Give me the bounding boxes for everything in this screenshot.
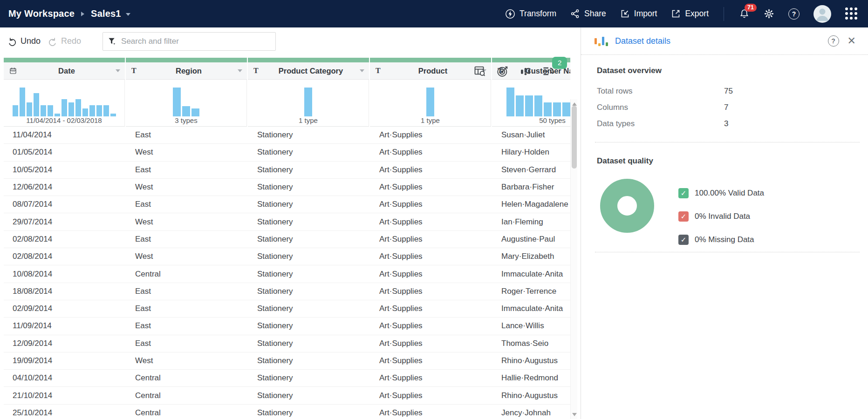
scroll-down-arrow[interactable]	[571, 411, 578, 418]
table-row[interactable]: 25/10/2014CentralStationeryArt·SuppliesJ…	[4, 405, 570, 419]
table-cell: Central	[126, 373, 248, 383]
dataset-grid-area: Undo Redo	[0, 27, 581, 419]
quality-legend-item: ✓0% Missing Data	[678, 235, 764, 245]
legend-checkbox[interactable]: ✓	[678, 188, 689, 198]
table-row[interactable]: 08/07/2014EastStationeryArt·SuppliesHele…	[4, 196, 570, 213]
table-cell: Art·Supplies	[370, 270, 492, 279]
text-type-icon: T	[131, 67, 140, 75]
column-filter-caret-icon[interactable]	[238, 69, 242, 72]
histogram-bar	[191, 108, 199, 116]
search-input[interactable]	[121, 37, 271, 46]
column-quality-bar	[248, 58, 369, 62]
column-header[interactable]: TProduct Category	[248, 62, 369, 80]
legend-checkbox[interactable]: ✓	[678, 235, 689, 245]
table-cell: Rhino·Augustus	[492, 356, 570, 365]
text-type-icon: T	[376, 67, 384, 75]
table-cell: Stationery	[248, 321, 370, 331]
table-cell: 02/08/2014	[4, 252, 126, 261]
table-cell: 02/08/2014	[4, 235, 126, 244]
histogram-bar	[562, 102, 570, 116]
table-cell: Barbara·Fisher	[492, 182, 570, 192]
notifications-button[interactable]: 71	[739, 8, 750, 19]
data-preview-icon[interactable]	[473, 65, 486, 78]
column-summary: 1 type	[370, 116, 491, 127]
column-header[interactable]: TRegion	[126, 62, 247, 80]
column-header[interactable]: TProduct	[370, 62, 491, 80]
panel-header: Dataset details ? ✕	[581, 27, 868, 55]
dataset-quality-section: Dataset quality ✓100.00% Valid Data✓0% I…	[581, 142, 868, 245]
search-box[interactable]	[103, 32, 276, 51]
table-row[interactable]: 19/09/2014WestStationeryArt·SuppliesRhin…	[4, 352, 570, 370]
table-cell: 04/10/2014	[4, 373, 126, 383]
table-cell: Immaculate·Anita	[492, 270, 570, 279]
breadcrumb-dataset[interactable]: Sales1	[91, 8, 121, 19]
table-cell: West	[126, 148, 248, 157]
panel-title: Dataset details	[615, 36, 828, 46]
table-column-product-category: TProduct Category1 type	[248, 58, 369, 127]
table-cell: Stationery	[248, 373, 370, 383]
vertical-scrollbar[interactable]	[570, 99, 577, 419]
undo-button[interactable]: Undo	[7, 36, 41, 46]
table-cell: East	[126, 321, 248, 331]
column-header[interactable]: Date	[4, 62, 125, 80]
table-cell: Stationery	[248, 182, 370, 192]
table-row[interactable]: 04/10/2014CentralStationeryArt·SuppliesH…	[4, 370, 570, 387]
table-row[interactable]: 11/04/2014EastStationeryArt·SuppliesSusa…	[4, 127, 570, 144]
settings-button[interactable]	[764, 8, 774, 19]
histogram-bar	[75, 99, 81, 116]
table-cell: 25/10/2014	[4, 408, 126, 418]
redo-button[interactable]: Redo	[48, 36, 81, 46]
table-cell: 21/10/2014	[4, 391, 126, 400]
table-row[interactable]: 18/08/2014EastStationeryArt·SuppliesRoge…	[4, 283, 570, 300]
histogram-bar	[103, 105, 109, 116]
transform-button[interactable]: Transform	[505, 9, 556, 19]
table-cell: Susan·Juliet	[492, 130, 570, 140]
table-cell: Art·Supplies	[370, 217, 492, 227]
table-row[interactable]: 02/08/2014WestStationeryArt·SuppliesMary…	[4, 248, 570, 265]
table-cell: Hallie·Redmond	[492, 373, 570, 383]
table-cell: Stationery	[248, 408, 370, 418]
panel-help-icon[interactable]: ?	[828, 35, 839, 47]
table-row[interactable]: 11/09/2014EastStationeryArt·SuppliesLanc…	[4, 318, 570, 335]
histogram-bar	[534, 95, 542, 116]
table-cell: Stationery	[248, 217, 370, 227]
column-stats-icon[interactable]	[519, 65, 532, 78]
table-row[interactable]: 29/07/2014WestStationeryArt·SuppliesIan·…	[4, 213, 570, 230]
legend-checkbox[interactable]: ✓	[678, 211, 689, 222]
table-row[interactable]: 12/09/2014EastStationeryArt·SuppliesThom…	[4, 335, 570, 352]
table-cell: Central	[126, 408, 248, 418]
table-row[interactable]: 02/08/2014EastStationeryArt·SuppliesAugu…	[4, 231, 570, 248]
column-filter-caret-icon[interactable]	[116, 69, 120, 72]
table-row[interactable]: 02/09/2014EastStationeryArt·SuppliesImma…	[4, 300, 570, 318]
import-button[interactable]: Import	[620, 9, 657, 19]
avatar[interactable]	[813, 5, 831, 23]
breadcrumb-workspace[interactable]: My Workspace	[8, 8, 75, 19]
dataset-menu-caret-icon[interactable]	[126, 13, 130, 16]
column-filter-caret-icon[interactable]	[360, 69, 364, 72]
column-quality-bar	[4, 58, 125, 62]
table-row[interactable]: 12/06/2014WestStationeryArt·SuppliesBarb…	[4, 179, 570, 196]
overview-label: Total rows	[597, 87, 724, 96]
scrollbar-thumb[interactable]	[572, 106, 577, 169]
dataset-overview-section: Dataset overview Total rows75Columns7Dat…	[581, 55, 868, 132]
panel-close-icon[interactable]: ✕	[847, 36, 856, 46]
help-button[interactable]: ?	[788, 8, 800, 20]
table-cell: West	[126, 252, 248, 261]
table-row[interactable]: 21/10/2014CentralStationeryArt·SuppliesR…	[4, 387, 570, 404]
table-row[interactable]: 10/08/2014CentralStationeryArt·SuppliesI…	[4, 265, 570, 283]
column-summary: 50 types	[492, 116, 570, 127]
table-cell: Lance·Willis	[492, 321, 570, 331]
apps-grid-icon[interactable]	[845, 7, 858, 20]
applied-steps-icon[interactable]: 2	[542, 65, 555, 78]
quality-legend-item: ✓100.00% Valid Data	[678, 188, 764, 198]
table-cell: Art·Supplies	[370, 287, 492, 296]
share-button[interactable]: Share	[570, 9, 606, 19]
table-cell: Stationery	[248, 165, 370, 175]
table-row[interactable]: 01/05/2014WestStationeryArt·SuppliesHila…	[4, 144, 570, 161]
data-quality-target-icon[interactable]	[496, 65, 509, 78]
column-histogram	[492, 80, 570, 116]
table-cell: Art·Supplies	[370, 148, 492, 157]
export-button[interactable]: Export	[671, 9, 709, 19]
table-row[interactable]: 10/05/2014EastStationeryArt·SuppliesStev…	[4, 162, 570, 179]
histogram-bar	[506, 88, 514, 116]
